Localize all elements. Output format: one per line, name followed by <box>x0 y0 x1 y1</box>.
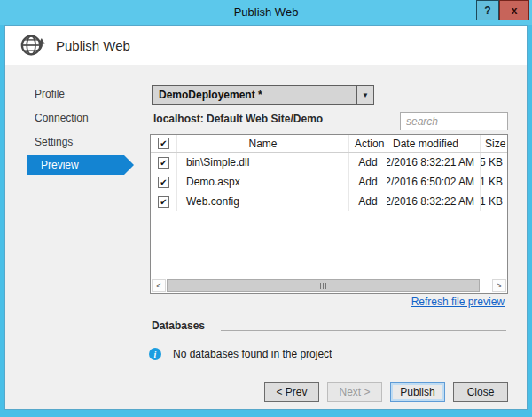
sidebar-item-settings[interactable]: Settings <box>35 136 73 148</box>
table-row[interactable]: ✔ bin\Simple.dll Add 3/22/2016 8:32:21 A… <box>151 153 507 172</box>
row-cell-checkbox: ✔ <box>151 153 177 172</box>
dialog-body: Publish Web Profile Connection Settings … <box>4 25 528 410</box>
horizontal-scrollbar[interactable]: < > <box>152 279 506 292</box>
search-input[interactable] <box>400 112 508 130</box>
close-window-button[interactable]: x <box>499 0 529 20</box>
header-cell-name[interactable]: Name <box>177 135 349 152</box>
close-icon: x <box>512 4 518 17</box>
profile-dropdown-value: DemoDeployement * <box>153 86 356 104</box>
header-cell-size[interactable]: Size <box>481 135 507 152</box>
publish-target-label: localhost: Default Web Site/Demo <box>153 113 323 125</box>
thumb-grip-icon <box>320 283 321 289</box>
scroll-right-button[interactable]: > <box>492 279 506 292</box>
help-icon: ? <box>484 4 490 17</box>
row-cell-name: Demo.aspx <box>177 172 349 192</box>
row-cell-date: 3/22/2016 6:50:02 AM <box>387 172 481 192</box>
page-title: Publish Web <box>56 38 130 53</box>
scrollbar-track[interactable] <box>480 279 492 292</box>
scroll-right-icon: > <box>497 281 501 290</box>
table-row[interactable]: ✔ Web.config Add 3/22/2016 8:32:22 AM 1 … <box>151 192 507 211</box>
footer-buttons: < Prev Next > Publish Close <box>264 382 508 402</box>
databases-message-row: i No databases found in the project <box>149 348 332 360</box>
databases-message: No databases found in the project <box>173 348 332 360</box>
help-button[interactable]: ? <box>476 0 499 20</box>
sidebar-item-profile[interactable]: Profile <box>35 88 65 100</box>
prev-button[interactable]: < Prev <box>264 382 319 402</box>
publish-web-globe-icon <box>20 32 46 59</box>
sidebar-item-preview[interactable]: Preview <box>27 155 124 175</box>
select-all-checkbox[interactable]: ✔ <box>158 138 169 149</box>
row-checkbox[interactable]: ✔ <box>158 177 169 188</box>
databases-divider <box>221 330 506 331</box>
dialog-header: Publish Web <box>5 26 527 65</box>
checkmark-icon: ✔ <box>160 138 167 148</box>
row-cell-name: Web.config <box>177 192 349 211</box>
row-cell-action: Add <box>349 172 387 192</box>
scrollbar-thumb[interactable] <box>167 279 480 292</box>
dropdown-button[interactable]: ▼ <box>356 86 373 104</box>
close-button[interactable]: Close <box>453 382 508 402</box>
scroll-left-button[interactable]: < <box>152 279 166 292</box>
titlebar[interactable]: Publish Web ? x <box>0 0 532 25</box>
thumb-grip-icon <box>323 283 324 289</box>
publish-button[interactable]: Publish <box>390 382 445 402</box>
row-cell-size: 5 KB <box>481 153 507 172</box>
row-checkbox[interactable]: ✔ <box>158 196 169 208</box>
header-cell-date-modified[interactable]: Date modified <box>387 135 481 152</box>
databases-section-title: Databases <box>152 319 205 332</box>
table-header-row: ✔ Name Action Date modified Size <box>151 135 507 153</box>
row-cell-checkbox: ✔ <box>151 192 177 211</box>
scroll-left-icon: < <box>156 281 160 290</box>
checkmark-icon: ✔ <box>160 197 167 207</box>
row-cell-action: Add <box>349 153 387 172</box>
publish-web-dialog: Publish Web ? x Publish Web Pr <box>0 0 532 417</box>
table-row[interactable]: ✔ Demo.aspx Add 3/22/2016 6:50:02 AM 1 K… <box>151 172 507 192</box>
header-cell-checkbox: ✔ <box>151 135 177 152</box>
header-cell-action[interactable]: Action <box>349 135 387 152</box>
file-preview-table: ✔ Name Action Date modified Size ✔ bin\S… <box>150 134 508 294</box>
next-button: Next > <box>327 382 382 402</box>
row-cell-date: 3/22/2016 8:32:21 AM <box>387 153 481 172</box>
row-cell-action: Add <box>349 192 387 211</box>
sidebar-item-connection[interactable]: Connection <box>35 112 89 124</box>
row-checkbox[interactable]: ✔ <box>158 157 169 169</box>
info-icon: i <box>149 348 161 360</box>
row-cell-size: 1 KB <box>481 172 507 192</box>
profile-dropdown[interactable]: DemoDeployement * ▼ <box>152 85 374 105</box>
row-cell-name: bin\Simple.dll <box>177 153 349 172</box>
row-cell-size: 1 KB <box>481 192 507 211</box>
checkmark-icon: ✔ <box>160 177 167 187</box>
row-cell-checkbox: ✔ <box>151 172 177 192</box>
info-glyph: i <box>154 350 157 359</box>
checkmark-icon: ✔ <box>160 158 167 168</box>
chevron-down-icon: ▼ <box>362 91 369 99</box>
row-cell-date: 3/22/2016 8:32:22 AM <box>387 192 481 211</box>
window-title: Publish Web <box>0 5 532 19</box>
thumb-grip-icon <box>325 283 326 289</box>
refresh-file-preview-link[interactable]: Refresh file preview <box>411 295 505 308</box>
